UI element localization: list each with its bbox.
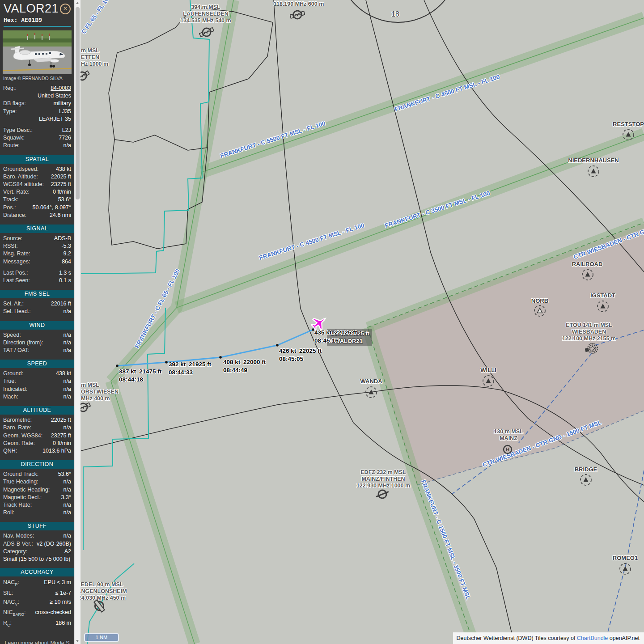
airfield-label: m MSLETTENHz 1000 m [81, 47, 108, 68]
data-row: TAT / OAT:n/a [3, 347, 71, 354]
row-label: Type: [3, 108, 17, 115]
section-header-altitude: ALTITUDE [0, 406, 74, 415]
footer-note: Learn more about Mode S data type by hov… [0, 640, 74, 644]
photo-credit: Image © FERNANDO SILVA [0, 76, 74, 83]
airfield-label: 394 m MSLLAUFENSELDEN134.535 MHz 540 m [180, 4, 231, 24]
data-row: LEARJET 35 [3, 115, 71, 123]
data-sections: SPATIALGroundspeed:438 ktBaro. Altitude:… [0, 155, 74, 632]
chartbundle-link[interactable]: ChartBundle [577, 635, 608, 641]
row-value: EPU < 3 m [44, 578, 71, 589]
registration-link[interactable]: 84-0083 [51, 85, 71, 91]
scroll-up-icon[interactable] [75, 0, 80, 6]
section-body: Speed:n/aDirection (from):n/aTAT / OAT:n… [0, 330, 74, 357]
aircraft-photo[interactable] [3, 30, 72, 74]
row-label: Groundspeed: [3, 165, 38, 173]
row-label: RC: [3, 619, 12, 630]
data-row: Baro. Altitude:22025 ft [3, 173, 71, 181]
row-value: -5.3 [61, 242, 71, 250]
row-label: Barometric: [3, 416, 32, 424]
data-row: United States [3, 92, 71, 100]
row-label: Messages: [3, 258, 30, 266]
aircraft-info-panel: VALOR21 Hex: AE01B9 ✕ [0, 0, 74, 644]
row-label: Baro. Rate: [3, 424, 31, 432]
data-row: Last Pos.:1.3 s [3, 269, 71, 277]
heliport-icon: H [500, 442, 515, 459]
close-icon[interactable]: ✕ [60, 4, 71, 14]
row-value: n/a [64, 532, 71, 540]
section-header-spatial: SPATIAL [0, 155, 74, 164]
row-value: n/a [64, 331, 71, 339]
row-label: Last Seen: [3, 277, 30, 284]
row-label: Magnetic Heading: [3, 486, 50, 494]
row-value: 23275 ft [51, 432, 71, 440]
data-row: True Heading:n/a [3, 478, 71, 486]
row-label: TAT / OAT: [3, 347, 30, 354]
data-row: Nav. Modes:n/a [3, 532, 71, 540]
row-label: Reg.: [3, 85, 17, 92]
row-value: LEARJET 35 [39, 115, 71, 123]
row-value[interactable]: 84-0083 [51, 85, 71, 92]
glider-airfield-icon [199, 25, 214, 42]
row-label: NACP: [3, 578, 19, 589]
row-label: Ground: [3, 370, 23, 377]
data-row: Category:A2 [3, 548, 71, 555]
map-attribution: Deutscher Wetterdienst (DWD) Tiles court… [453, 632, 644, 644]
sidebar-scrollbar[interactable] [74, 0, 80, 644]
trail-point-label: 392 kt 21925 ft08:44:33 [169, 360, 211, 377]
row-value: v2 (DO-260B) [37, 540, 71, 548]
row-value: L2J [62, 127, 71, 134]
data-row: SIL:≤ 1e-7 [3, 589, 71, 597]
row-value: 0 ft/min [53, 440, 71, 447]
data-row: Mach:n/a [3, 393, 71, 401]
waypoint-label-romeo1: ROMEO1 [613, 555, 638, 561]
row-label: Roll: [3, 509, 14, 517]
row-label: Last Pos.: [3, 269, 28, 277]
row-value: 0.1 s [59, 277, 71, 284]
waypoint-label-bridge: BRIDGE [575, 466, 597, 473]
row-label: Ground Track: [3, 470, 38, 478]
data-row: Route:n/a [3, 142, 71, 149]
waypoint-label-railroad: RAILROAD [572, 261, 603, 267]
data-row: WGS84 altitude:23275 ft [3, 181, 71, 188]
waypoint-icon [579, 473, 593, 488]
data-row: Ground Track:53.6° [3, 470, 71, 478]
row-label: Speed: [3, 331, 21, 339]
range-outline [81, 0, 209, 644]
row-label: Sel. Head.: [3, 308, 31, 315]
row-value: n/a [64, 393, 71, 401]
row-value: A2 [64, 548, 71, 555]
row-label: True Heading: [3, 478, 38, 486]
row-value: n/a [64, 486, 71, 494]
map-canvas[interactable]: 18WiesbadenC FL 65 - FL 100FRANKFURT - C… [0, 0, 644, 644]
data-row: Sel. Alt.:22016 ft [3, 300, 71, 308]
data-row: Vert. Rate:0 ft/min [3, 188, 71, 196]
row-value: 22025 ft [51, 173, 71, 181]
scroll-down-icon[interactable] [75, 638, 80, 644]
row-value: 22025 ft [51, 416, 71, 424]
section-body: Ground:438 ktTrue:n/aIndicated:n/aMach:n… [0, 368, 74, 403]
data-row: Reg.:84-0083 [3, 85, 71, 92]
data-row: ADS-B Ver.:v2 (DO-260B) [3, 540, 71, 548]
row-label: Category: [3, 548, 27, 555]
airfield-label: 118.190 MHz 600 m [274, 1, 324, 8]
row-label: NACV: [3, 598, 19, 609]
data-row: Track Rate:n/a [3, 501, 71, 509]
section-body: Ground Track:53.6°True Heading:n/aMagnet… [0, 469, 74, 519]
waypoint-label-norb: NORB [531, 297, 548, 304]
airfield-label: m MSLORSTWIESENMHz 400 m [81, 382, 119, 402]
airfield-label: EDFZ 232 m MSLMAINZ/FINTHEN122.930 MHz 1… [356, 469, 410, 489]
waypoint-icon [581, 268, 594, 283]
section-header-fms-sel: FMS SEL [0, 290, 74, 298]
svg-text:H: H [506, 447, 509, 452]
data-row: Squawk:7726 [3, 134, 71, 142]
data-row: Distance:24.6 nmi [3, 212, 71, 219]
aircraft-icon[interactable] [305, 309, 334, 337]
scrollbar-thumb[interactable] [76, 7, 80, 199]
row-value: 24.6 nmi [50, 212, 71, 219]
row-label: ADS-B Ver.: [3, 540, 33, 548]
attribution-suffix: openAIP.net [608, 635, 640, 641]
row-label: Geom. WGS84: [3, 432, 42, 440]
data-row: True:n/a [3, 377, 71, 385]
waypoint-icon [482, 374, 495, 390]
section-body: Barometric:22025 ftBaro. Rate:n/aGeom. W… [0, 415, 74, 458]
